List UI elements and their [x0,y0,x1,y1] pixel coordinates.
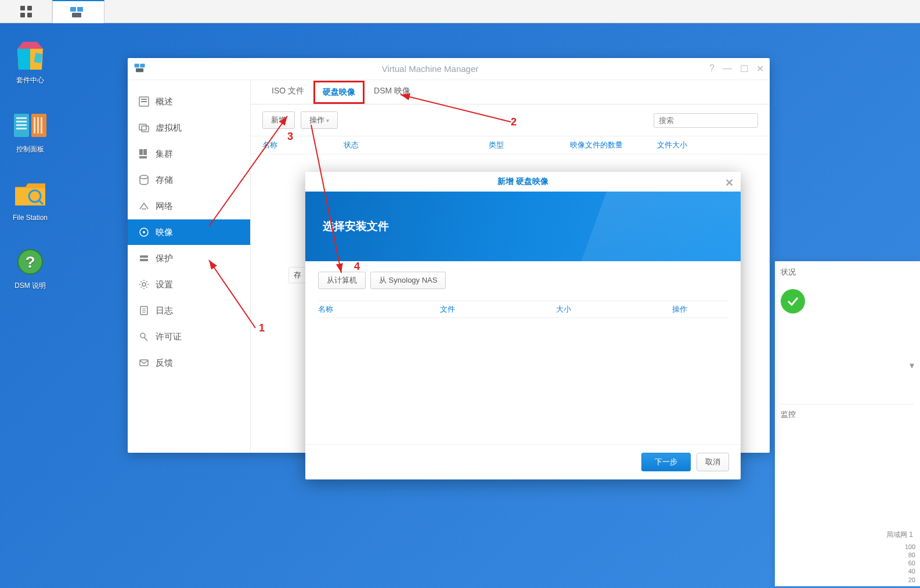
svg-rect-30 [143,149,147,155]
sidebar-item-protect[interactable]: 保护 [128,246,250,271]
modal-hero-title: 选择安装文件 [323,219,389,234]
svg-point-34 [143,231,145,233]
cluster-icon [138,148,150,160]
tab-dsm-image[interactable]: DSM 映像 [365,80,420,104]
svg-point-37 [142,283,146,286]
desktop-control-panel[interactable]: 控制面板 [12,110,49,154]
vmm-taskbar-icon [69,6,88,19]
sidebar-label-cluster: 集群 [156,149,173,160]
sidebar-label-image: 映像 [156,227,173,238]
svg-point-32 [140,175,148,179]
window-close-icon[interactable]: ✕ [756,63,764,74]
chart-axis-values: 10080 6040 20 [905,543,915,584]
modal-th-size[interactable]: 大小 [556,304,672,315]
th-file-size[interactable]: 文件大小 [657,140,727,150]
add-disk-image-modal: 新增 硬盘映像 ✕ 选择安装文件 从计算机 从 Synology NAS 名称 … [305,172,741,479]
modal-close-icon[interactable]: ✕ [725,176,734,189]
sidebar-item-network[interactable]: 网络 [128,193,250,219]
sidebar-item-cluster[interactable]: 集群 [128,141,250,167]
svg-rect-16 [41,117,42,134]
sidebar-label-network: 网络 [156,201,173,212]
modal-title-bar: 新增 硬盘映像 ✕ [305,172,741,192]
desktop-file-station-label: File Station [13,214,48,222]
svg-rect-1 [27,6,32,10]
svg-rect-23 [136,68,143,73]
window-app-icon [134,62,151,75]
dropdown-indicator-icon[interactable]: ▾ [910,360,914,371]
status-section-title: 状况 [775,261,920,283]
th-type[interactable]: 类型 [489,140,570,150]
svg-rect-27 [139,124,146,130]
th-status[interactable]: 状态 [344,140,489,150]
sidebar-item-image[interactable]: 映像 [128,219,250,245]
modal-title-text: 新增 硬盘映像 [497,176,549,187]
search-input[interactable] [659,116,756,125]
from-nas-button[interactable]: 从 Synology NAS [370,272,446,289]
modal-th-file[interactable]: 文件 [440,304,556,315]
sidebar-label-vm: 虚拟机 [156,122,182,134]
sidebar-item-overview[interactable]: 概述 [128,89,250,114]
right-side-panel: 状况 ▾ 监控 局域网 1 10080 6040 20 [775,261,920,586]
svg-rect-14 [34,117,35,134]
sidebar-item-feedback[interactable]: 反馈 [128,350,250,376]
monitor-section-title: 监控 [781,404,914,420]
taskbar-vmm-button[interactable] [52,0,104,23]
modal-th-action[interactable]: 操作 [672,304,719,315]
action-dropdown[interactable]: 操作 [301,111,338,129]
tab-disk-image[interactable]: 硬盘映像 [313,81,365,104]
sidebar-label-log: 日志 [156,305,173,316]
search-box[interactable] [654,113,758,128]
sidebar-item-settings[interactable]: 设置 [128,272,250,297]
svg-rect-29 [139,149,143,155]
desktop-package-center-label: 套件中心 [16,75,44,85]
th-file-count[interactable]: 映像文件的数量 [570,140,657,150]
svg-rect-5 [77,7,83,12]
svg-rect-31 [139,156,147,158]
control-panel-icon [12,110,49,141]
svg-rect-22 [140,64,145,68]
desktop-dsm-help-label: DSM 说明 [15,281,46,291]
window-maximize-icon[interactable]: ☐ [740,63,748,74]
modal-hero: 选择安装文件 [305,192,741,261]
sidebar-item-log[interactable]: 日志 [128,298,250,323]
next-button[interactable]: 下一步 [641,453,691,471]
network-icon [138,200,150,212]
th-name[interactable]: 名称 [262,140,344,150]
sidebar-label-license: 许可证 [156,331,182,342]
desktop-icons: 套件中心 控制面板 File Station [12,41,49,291]
window-minimize-icon[interactable]: — [723,63,732,74]
add-button[interactable]: 新增 [262,111,295,129]
cancel-button[interactable]: 取消 [697,453,729,471]
from-computer-button[interactable]: 从计算机 [318,272,366,289]
svg-rect-28 [142,126,149,132]
svg-rect-21 [135,64,139,68]
desktop-dsm-help[interactable]: ? DSM 说明 [12,246,49,291]
svg-text:?: ? [25,253,35,271]
modal-th-name[interactable]: 名称 [318,304,440,315]
taskbar-apps-button[interactable] [0,0,52,23]
svg-rect-0 [20,6,25,10]
package-center-icon [12,41,49,72]
sidebar-label-storage: 存储 [156,175,173,186]
svg-rect-25 [141,99,147,100]
tab-iso[interactable]: ISO 文件 [262,80,313,104]
window-header: Virtual Machine Manager ? — ☐ ✕ [128,58,770,80]
svg-rect-4 [70,7,76,12]
sidebar-label-settings: 设置 [156,279,173,290]
network-label: 局域网 1 [886,530,913,540]
gear-icon [138,279,150,290]
status-indicator-icon [781,289,805,313]
modal-footer: 下一步 取消 [305,444,741,479]
sidebar-item-vm[interactable]: 虚拟机 [128,115,250,140]
svg-rect-36 [140,259,148,261]
svg-rect-10 [16,121,27,122]
svg-rect-43 [140,360,148,366]
svg-rect-11 [16,124,27,126]
desktop-file-station[interactable]: File Station [12,179,49,222]
sidebar-item-license[interactable]: 许可证 [128,324,250,349]
desktop-package-center[interactable]: 套件中心 [12,41,49,85]
overview-icon [138,96,150,107]
sidebar-item-storage[interactable]: 存储 [128,167,250,193]
modal-body: 从计算机 从 Synology NAS 名称 文件 大小 操作 [305,261,741,444]
window-help-icon[interactable]: ? [709,63,715,74]
